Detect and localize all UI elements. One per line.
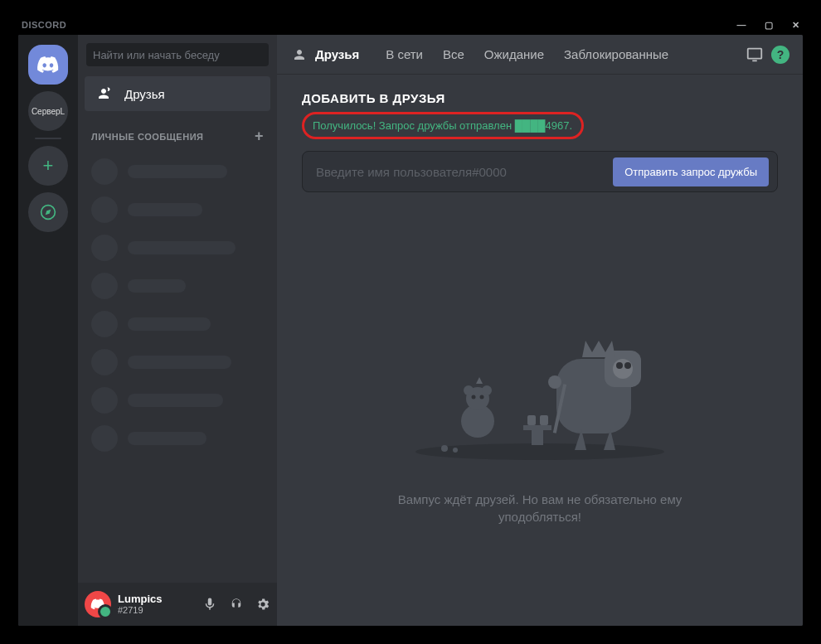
home-button[interactable] [28, 45, 68, 85]
dm-sidebar: Найти или начать беседу Друзья ЛИЧНЫЕ СО… [78, 35, 277, 626]
send-friend-request-button[interactable]: Отправить запрос дружбы [613, 157, 769, 186]
new-group-dm-button[interactable] [745, 45, 765, 65]
svg-point-20 [480, 395, 484, 399]
discord-logo: DISCORD [22, 20, 66, 30]
user-name: Lumpics [118, 593, 196, 606]
friends-icon [290, 47, 308, 62]
server-item[interactable]: СерверL [28, 91, 68, 131]
svg-point-6 [613, 359, 633, 379]
svg-rect-13 [527, 415, 536, 425]
mute-icon[interactable] [202, 597, 217, 612]
deafen-icon[interactable] [229, 597, 244, 612]
explore-servers-button[interactable] [28, 192, 68, 232]
success-message: Получилось! Запрос дружбы отправлен ████… [313, 119, 573, 132]
svg-rect-11 [523, 425, 551, 430]
svg-rect-12 [532, 430, 543, 445]
help-button[interactable]: ? [771, 46, 789, 64]
empty-state-text: Вампус ждёт друзей. Но вам не обязательн… [382, 491, 697, 525]
dm-item-placeholder [85, 307, 270, 341]
svg-rect-14 [540, 415, 548, 425]
friends-nav[interactable]: Друзья [85, 76, 270, 111]
svg-point-3 [415, 443, 664, 460]
friends-toolbar: Друзья В сети Все Ожидание Заблокированн… [277, 35, 803, 75]
main-content: Друзья В сети Все Ожидание Заблокированн… [277, 35, 803, 626]
friends-icon [95, 86, 113, 101]
tab-blocked[interactable]: Заблокированные [557, 44, 675, 65]
success-highlight: Получилось! Запрос дружбы отправлен ████… [302, 112, 584, 139]
discord-icon [36, 56, 60, 73]
dm-item-placeholder [85, 346, 270, 379]
svg-rect-2 [752, 60, 757, 61]
discord-icon [90, 598, 105, 610]
svg-point-10 [548, 375, 561, 389]
add-server-button[interactable]: + [28, 146, 68, 186]
wumpus-illustration [399, 301, 681, 467]
dm-item-placeholder [85, 155, 270, 188]
add-friend-input[interactable] [316, 165, 603, 179]
dm-item-placeholder [85, 269, 270, 303]
svg-point-17 [464, 385, 474, 395]
settings-icon[interactable] [255, 597, 270, 612]
quick-switcher[interactable]: Найти или начать беседу [86, 43, 269, 66]
maximize-button[interactable]: ▢ [765, 20, 774, 31]
user-avatar[interactable] [85, 591, 111, 617]
user-panel: Lumpics #2719 [78, 583, 277, 626]
svg-point-21 [441, 445, 448, 452]
dm-item-placeholder [85, 193, 270, 226]
add-friend-heading: ДОБАВИТЬ В ДРУЗЬЯ [302, 91, 778, 105]
screen-icon [746, 46, 764, 64]
svg-point-18 [482, 385, 492, 395]
tab-all[interactable]: Все [436, 44, 471, 65]
svg-point-8 [624, 362, 631, 369]
server-list: СерверL + [18, 35, 78, 626]
dm-item-placeholder [85, 384, 270, 417]
svg-rect-1 [748, 48, 762, 58]
toolbar-friends-label: Друзья [315, 47, 359, 61]
compass-icon [40, 204, 56, 220]
svg-point-7 [616, 362, 623, 369]
dm-section-header: ЛИЧНЫЕ СООБЩЕНИЯ [91, 132, 203, 142]
dm-item-placeholder [85, 422, 270, 455]
svg-point-19 [472, 395, 476, 399]
tab-online[interactable]: В сети [379, 44, 430, 65]
user-tag: #2719 [118, 605, 196, 616]
dm-item-placeholder [85, 231, 270, 264]
tab-pending[interactable]: Ожидание [478, 44, 551, 65]
create-dm-button[interactable]: + [255, 128, 264, 145]
minimize-button[interactable]: — [737, 20, 747, 30]
friends-nav-label: Друзья [124, 87, 165, 101]
close-button[interactable]: ✕ [792, 20, 800, 31]
dm-list [78, 148, 277, 583]
svg-point-22 [453, 448, 458, 453]
